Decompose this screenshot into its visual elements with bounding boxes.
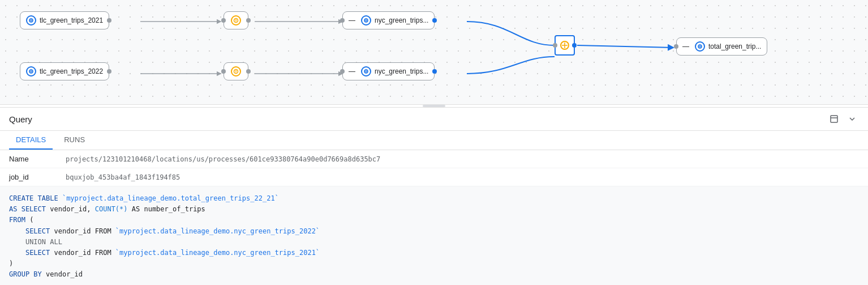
node-out-dot: [246, 18, 251, 23]
panel-title: Query: [9, 114, 32, 124]
detail-key-name: Name: [0, 150, 57, 168]
node-in-dot: [221, 69, 226, 74]
node-nyc2022[interactable]: — nyc_green_trips...: [342, 62, 435, 80]
query-panel: Query DETAILS RUNS Name projects/1231012…: [0, 107, 868, 285]
node-filter2022[interactable]: [224, 62, 248, 80]
code-line-2: AS SELECT vendor_id, COUNT(*) AS number_…: [9, 204, 859, 215]
collapse-button[interactable]: [845, 112, 859, 126]
kw-select-1: SELECT: [25, 227, 54, 235]
node-icon-output: [361, 15, 371, 25]
detail-value-name: projects/123101210468/locations/us/proce…: [57, 150, 868, 168]
node-in-dot: [221, 18, 226, 23]
svg-line-4: [577, 45, 673, 48]
node-out-dot: [107, 18, 111, 23]
node-filter2021[interactable]: [224, 11, 248, 29]
window-button[interactable]: [827, 112, 841, 126]
code-table-2021: `myproject.data_lineage_demo.nyc_green_t…: [115, 249, 320, 257]
collapse-icon: [848, 114, 857, 124]
code-vendor-from-2: vendor_id FROM: [54, 249, 115, 257]
code-line-6: SELECT vendor_id FROM `myproject.data_li…: [9, 248, 859, 258]
code-count: COUNT(*): [95, 205, 128, 213]
node-union-icon: [560, 40, 570, 50]
tab-runs[interactable]: RUNS: [57, 131, 92, 150]
node-icon-source2: [26, 66, 36, 76]
code-line-7: ): [9, 258, 859, 269]
svg-point-8: [234, 19, 238, 23]
code-paren-open: (: [25, 216, 33, 224]
code-indent1: [9, 227, 25, 235]
code-indent2: [9, 238, 25, 246]
panel-actions: [827, 112, 859, 126]
node-union[interactable]: [555, 35, 575, 56]
node-in-dot: [340, 69, 345, 74]
code-vendor-id-gb: vendor_id: [42, 270, 83, 278]
node-out-dot: [246, 69, 251, 74]
node-in-dot: [340, 18, 345, 23]
panel-header: Query: [0, 108, 868, 131]
node-tlc2022[interactable]: tlc_green_trips_2022: [20, 62, 109, 80]
window-icon: [830, 114, 839, 124]
node-out-dot-blue: [432, 18, 437, 23]
code-line-4: SELECT vendor_id FROM `myproject.data_li…: [9, 226, 859, 237]
node-nyc2021-label: nyc_green_trips...: [375, 16, 428, 24]
code-vendor-from: vendor_id FROM: [54, 227, 115, 235]
code-line-1: CREATE TABLE `myproject.data_lineage_dem…: [9, 193, 859, 204]
node-icon-source: [26, 15, 36, 25]
table-name-1: `myproject.data_lineage_demo.total_green…: [62, 194, 279, 202]
table-row: Name projects/123101210468/locations/us/…: [0, 150, 868, 168]
node-icon-total: [695, 41, 705, 52]
code-as-trips: AS number_of_trips: [128, 205, 205, 213]
kw-create: CREATE TABLE: [9, 194, 62, 202]
kw-select-2: SELECT: [25, 249, 54, 257]
node-nyc2021[interactable]: — nyc_green_trips...: [342, 11, 435, 29]
node-tlc2021-label: tlc_green_trips_2021: [40, 16, 103, 24]
node-icon-output2: [361, 66, 371, 76]
node-total-label: total_green_trip...: [708, 42, 761, 50]
details-table: Name projects/123101210468/locations/us/…: [0, 150, 868, 186]
node-out-dot: [107, 69, 111, 74]
node-tlc2022-label: tlc_green_trips_2022: [40, 67, 103, 75]
detail-value-jobid: bquxjob_453ba4af_1843f194f85: [57, 168, 868, 186]
node-tlc2021[interactable]: tlc_green_trips_2021: [20, 11, 109, 29]
svg-rect-29: [831, 116, 837, 122]
node-in-dot-total: [674, 44, 678, 49]
code-line-3: FROM (: [9, 215, 859, 226]
node-union-out: [572, 43, 577, 48]
node-nyc2022-label: nyc_green_trips...: [375, 67, 428, 75]
node-union-in-top: [553, 43, 557, 48]
node-total[interactable]: — total_green_trip...: [676, 37, 767, 56]
code-paren-close: ): [9, 260, 13, 267]
kw-group-by: GROUP BY: [9, 270, 42, 278]
node-filter-icon: [231, 15, 241, 25]
code-indent3: [9, 249, 25, 257]
code-table-2022: `myproject.data_lineage_demo.nyc_green_t…: [115, 227, 320, 235]
kw-from: FROM: [9, 216, 25, 224]
svg-point-17: [234, 70, 238, 74]
table-row: job_id bquxjob_453ba4af_1843f194f85: [0, 168, 868, 186]
code-union-all: UNION ALL: [25, 238, 62, 246]
detail-key-jobid: job_id: [0, 168, 57, 186]
code-area: CREATE TABLE `myproject.data_lineage_dem…: [0, 186, 868, 285]
code-vendor-id: vendor_id,: [50, 205, 94, 213]
dag-canvas: tlc_green_trips_2021 — nyc_green_trips..…: [0, 0, 868, 105]
tab-details[interactable]: DETAILS: [9, 131, 53, 150]
kw-as-select: AS SELECT: [9, 205, 50, 213]
code-line-8: GROUP BY vendor_id: [9, 269, 859, 280]
node-filter2-icon: [231, 66, 241, 76]
divider-handle: [423, 105, 445, 107]
code-line-5: UNION ALL: [9, 237, 859, 248]
tabs-row: DETAILS RUNS: [0, 131, 868, 150]
node-out-dot-blue2: [432, 69, 437, 74]
